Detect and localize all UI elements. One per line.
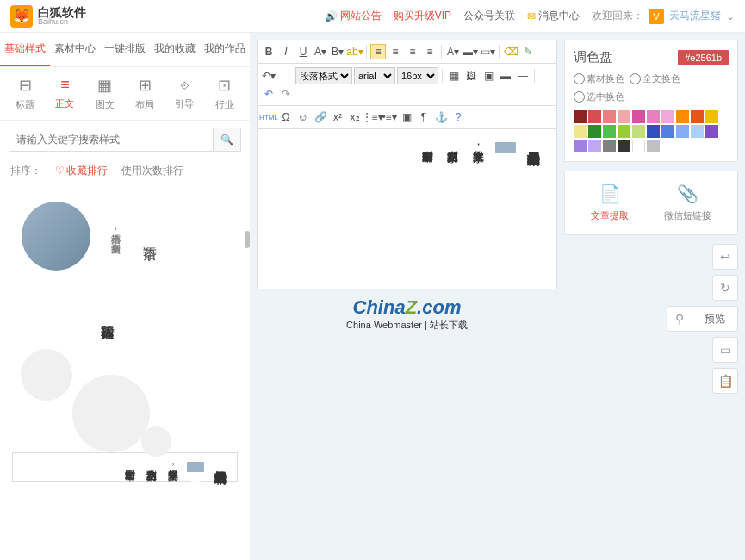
color-swatch[interactable] <box>705 110 718 123</box>
font-button[interactable]: B▾ <box>330 44 345 59</box>
palette-hex[interactable]: #e2561b <box>678 50 729 65</box>
para-button[interactable]: ¶ <box>416 109 431 125</box>
anchor-button[interactable]: ⚓ <box>433 109 449 125</box>
align-justify-button[interactable]: ≡ <box>422 44 438 59</box>
action-extract[interactable]: 📄 文章提取 <box>591 184 629 222</box>
html-button[interactable]: HTML <box>261 109 276 125</box>
undo-dd-button[interactable]: ↶▾ <box>261 68 276 84</box>
help-button[interactable]: ? <box>450 109 466 125</box>
color-swatch[interactable] <box>632 110 645 123</box>
color-swatch[interactable] <box>603 110 616 123</box>
tab-works[interactable]: 我的作品 <box>200 33 250 66</box>
italic-button[interactable]: I <box>278 44 294 59</box>
color-swatch[interactable] <box>647 125 660 138</box>
format-select[interactable]: 段落格式 <box>295 67 352 84</box>
text-color-button[interactable]: A▾ <box>445 44 461 59</box>
nav-announce[interactable]: 🔊网站公告 <box>325 9 382 23</box>
template-card-vertical[interactable]: 回车时右侧增加 文字自动从右到左 竖排文字效果， 白狐软件 做最好用的编辑 <box>12 452 238 482</box>
select-all-button[interactable]: ▣ <box>399 109 414 125</box>
cat-guide[interactable]: ⟐引导 <box>166 76 202 111</box>
opt-full[interactable]: 全文换色 <box>630 72 680 85</box>
undo-tool[interactable]: ↩ <box>712 244 738 270</box>
save-tool[interactable]: ▭ <box>712 337 738 363</box>
template-card-tea[interactable]: 小桥小店沽酒，初火新烟煮茶。 茶语 <box>12 192 238 280</box>
bold-button[interactable]: B <box>261 44 276 59</box>
scrollbar-thumb[interactable] <box>245 231 250 248</box>
bg-color-button[interactable]: ▬▾ <box>463 44 478 59</box>
emoji-button[interactable]: ☺ <box>295 109 311 125</box>
color-swatch[interactable] <box>603 140 616 152</box>
history-tool[interactable]: ↻ <box>712 275 738 301</box>
color-swatch[interactable] <box>574 125 587 138</box>
undo-button[interactable]: ↶ <box>261 86 276 102</box>
underline-button[interactable]: U <box>295 44 311 59</box>
size-select[interactable]: 16px <box>397 67 438 84</box>
color-swatch[interactable] <box>574 110 587 123</box>
color-swatch[interactable] <box>588 125 601 138</box>
cat-layout[interactable]: ⊞布局 <box>127 76 163 111</box>
sub-button[interactable]: x₂ <box>347 109 363 125</box>
cat-image-text[interactable]: ▦图文 <box>87 76 123 111</box>
omega-button[interactable]: Ω <box>278 109 294 125</box>
color-swatch[interactable] <box>691 125 704 138</box>
color-swatch[interactable] <box>691 110 704 123</box>
sup-button[interactable]: x² <box>330 109 345 125</box>
nav-buy-vip[interactable]: 购买升级VIP <box>394 9 451 23</box>
ul-button[interactable]: •≡▾ <box>382 109 397 125</box>
align-right-button[interactable]: ≡ <box>405 44 420 59</box>
link-button[interactable]: 🔗 <box>313 109 328 125</box>
film-button[interactable]: ▬ <box>498 68 513 84</box>
template-card-bubble[interactable]: 请输入标题 <box>12 297 238 426</box>
sort-use[interactable]: 使用次数排行 <box>121 164 183 178</box>
search-button[interactable]: 🔍 <box>214 128 241 152</box>
color-swatch[interactable] <box>588 110 601 123</box>
cat-title[interactable]: ⊟标题 <box>7 76 43 111</box>
opt-selected[interactable]: 选中换色 <box>574 90 624 103</box>
color-swatch[interactable] <box>705 125 718 138</box>
tab-material[interactable]: 素材中心 <box>50 33 100 66</box>
copy-tool[interactable]: 📋 <box>712 368 738 394</box>
color-swatch[interactable] <box>661 125 674 138</box>
color-swatch[interactable] <box>632 125 645 138</box>
ol-button[interactable]: ⋮≡▾ <box>364 109 380 125</box>
color-swatch[interactable] <box>632 140 645 152</box>
redo-button[interactable]: ↷ <box>278 86 294 102</box>
editor-body[interactable]: 回车时右侧增加新列 文字自动从右到左排列 竖排文字效果， 白狐软件 做最好用的编… <box>258 129 556 289</box>
logo[interactable]: 🦊 白狐软件 Baihu.cn <box>10 5 86 28</box>
cat-body[interactable]: ≡正文 <box>47 76 83 111</box>
highlight-button[interactable]: ab▾ <box>347 44 363 59</box>
font-color-button[interactable]: A▾ <box>313 44 328 59</box>
image-button[interactable]: 🖼 <box>463 68 479 84</box>
align-center-button[interactable]: ≡ <box>388 44 403 59</box>
nav-msg[interactable]: ✉消息中心 <box>527 9 580 23</box>
action-wxlink[interactable]: 📎 微信短链接 <box>664 184 711 222</box>
eraser-button[interactable]: ⌫ <box>503 44 518 59</box>
tab-basic-style[interactable]: 基础样式 <box>0 33 50 66</box>
opt-material[interactable]: 素材换色 <box>574 72 624 85</box>
tab-favorites[interactable]: 我的收藏 <box>150 33 200 66</box>
search-input[interactable] <box>9 128 214 152</box>
editor-content[interactable]: 回车时右侧增加新列 文字自动从右到左排列 竖排文字效果， 白狐软件 做最好用的编… <box>270 141 544 154</box>
font-select[interactable]: arial <box>354 67 395 84</box>
color-swatch[interactable] <box>661 110 674 123</box>
hr-button[interactable]: — <box>515 68 531 84</box>
color-swatch[interactable] <box>588 140 601 152</box>
color-swatch[interactable] <box>603 125 616 138</box>
align-left-button[interactable]: ≡ <box>370 44 386 59</box>
template-list[interactable]: 小桥小店沽酒，初火新烟煮茶。 茶语 请输入标题 回车时右侧增加 文字自动从右到左… <box>0 184 250 560</box>
color-swatch[interactable] <box>647 140 660 152</box>
preview-button[interactable]: ⚲ 预览 <box>667 306 738 332</box>
border-button[interactable]: ▭▾ <box>480 44 495 59</box>
color-swatch[interactable] <box>618 125 630 138</box>
media-button[interactable]: ▣ <box>481 68 496 84</box>
color-swatch[interactable] <box>676 110 689 123</box>
sort-fav[interactable]: ♡收藏排行 <box>55 164 108 178</box>
nav-gzh[interactable]: 公众号关联 <box>463 9 515 23</box>
tab-layout[interactable]: 一键排版 <box>100 33 150 66</box>
color-swatch[interactable] <box>647 110 660 123</box>
color-swatch[interactable] <box>618 110 630 123</box>
color-swatch[interactable] <box>574 140 587 152</box>
table-button[interactable]: ▦ <box>446 68 462 84</box>
brush-button[interactable]: ✎ <box>520 44 536 59</box>
color-swatch[interactable] <box>618 140 630 152</box>
